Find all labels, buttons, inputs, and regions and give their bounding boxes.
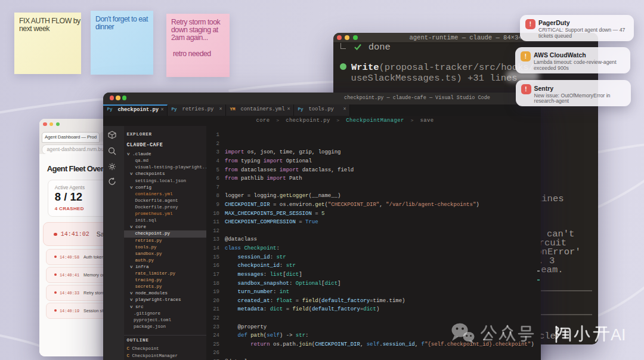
svg-text:AI: AI <box>611 326 626 344</box>
